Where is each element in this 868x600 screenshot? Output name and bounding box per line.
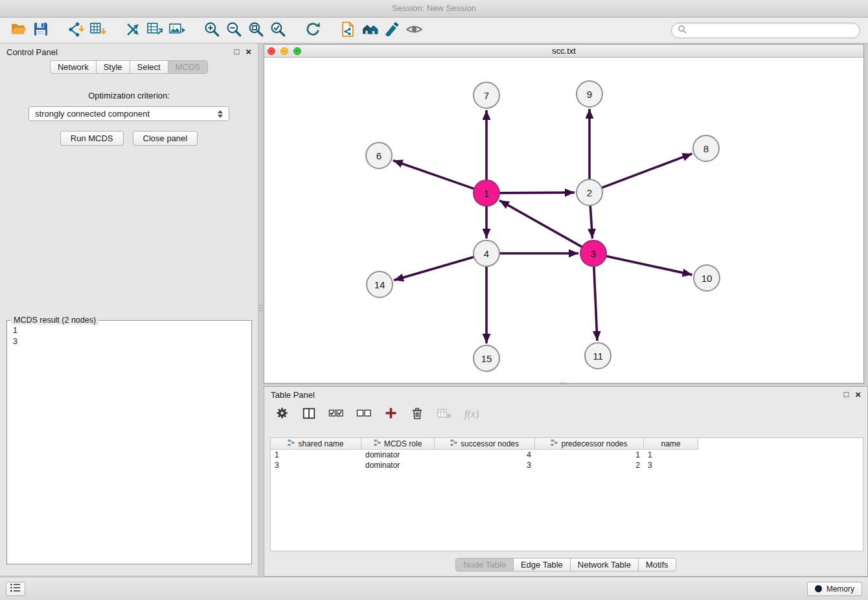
export-image-button[interactable]	[166, 20, 188, 41]
save-icon	[32, 21, 49, 40]
node-1[interactable]: 1	[474, 180, 499, 206]
node-2[interactable]: 2	[577, 179, 602, 205]
zoom-fit-button[interactable]	[245, 20, 267, 41]
node-15[interactable]: 15	[474, 345, 499, 371]
criterion-dropdown[interactable]: strongly connected component	[29, 106, 229, 121]
float-panel-icon[interactable]: □	[234, 47, 239, 56]
node-6[interactable]: 6	[366, 143, 392, 168]
mcds-result-box: MCDS result (2 nodes) 1 3	[6, 320, 252, 564]
zoom-in-button[interactable]	[201, 20, 223, 41]
memory-button[interactable]: Memory	[807, 582, 862, 596]
open-folder-icon	[10, 21, 28, 40]
close-panel-button[interactable]: Close panel	[133, 131, 198, 146]
edge-2-3[interactable]	[590, 205, 592, 238]
zoom-selected-button[interactable]	[267, 20, 289, 41]
window-close-icon[interactable]: ×	[268, 47, 275, 55]
cell-mcds-role[interactable]: dominator	[361, 450, 435, 459]
edge-2-8[interactable]	[602, 154, 692, 188]
cell-shared-name[interactable]: 1	[271, 450, 361, 459]
select-all-columns-icon[interactable]	[328, 406, 344, 423]
vertical-splitter-handle[interactable]	[258, 299, 264, 317]
show-columns-button[interactable]	[302, 406, 316, 422]
cell-shared-name[interactable]: 3	[271, 461, 361, 470]
network-from-document-button[interactable]	[337, 20, 359, 41]
svg-text:14: 14	[374, 279, 385, 290]
cell-predecessor-nodes[interactable]: 1	[535, 450, 644, 459]
node-14[interactable]: 14	[367, 271, 393, 297]
horizontal-splitter-handle[interactable]	[557, 382, 570, 386]
network-view-window: scc.txt × − + 7968124314101511	[264, 44, 864, 384]
deselect-all-columns-icon[interactable]	[356, 406, 372, 423]
column-flow-icon	[374, 439, 381, 448]
close-panel-icon[interactable]: ×	[246, 47, 251, 56]
node-10[interactable]: 10	[694, 265, 720, 291]
edge-3-1[interactable]	[499, 200, 582, 247]
svg-text:11: 11	[593, 351, 603, 362]
edge-4-14[interactable]	[394, 257, 474, 281]
window-zoom-icon[interactable]: +	[293, 47, 301, 55]
table-header-row: shared name MCDS role successor nodes pr…	[271, 438, 863, 450]
new-network-button[interactable]	[122, 20, 144, 41]
svg-text:7: 7	[484, 90, 489, 101]
tab-style[interactable]: Style	[96, 60, 130, 74]
table-row[interactable]: 3 dominator 3 2 3	[271, 460, 863, 470]
edge-1-2[interactable]	[499, 192, 575, 193]
first-neighbors-button[interactable]	[359, 20, 381, 41]
delete-table-button-disabled	[437, 406, 452, 423]
tab-node-table[interactable]: Node Table	[455, 558, 514, 571]
show-hide-button[interactable]	[403, 20, 425, 41]
panel-menu-button[interactable]	[6, 582, 25, 596]
open-session-button[interactable]	[8, 20, 30, 41]
node-9[interactable]: 9	[577, 81, 602, 107]
table-row[interactable]: 1 dominator 4 1 1	[271, 450, 863, 460]
paint-style-button[interactable]	[381, 20, 403, 41]
svg-text:3: 3	[591, 248, 596, 259]
edge-3-11[interactable]	[594, 266, 597, 341]
memory-button-label: Memory	[827, 584, 854, 594]
export-table-button[interactable]	[144, 20, 166, 41]
cell-successor-nodes[interactable]: 4	[435, 450, 535, 459]
search-icon	[678, 25, 687, 36]
column-header-successor-nodes[interactable]: successor nodes	[435, 438, 535, 450]
import-network-button[interactable]	[65, 20, 87, 41]
import-table-button[interactable]	[87, 20, 109, 41]
mcds-result-title: MCDS result (2 nodes)	[11, 316, 98, 325]
delete-column-button[interactable]	[410, 406, 424, 422]
node-7[interactable]: 7	[474, 82, 499, 108]
edge-1-6[interactable]	[393, 161, 474, 189]
search-input[interactable]	[691, 25, 854, 35]
close-table-panel-icon[interactable]: ×	[855, 390, 861, 399]
node-11[interactable]: 11	[585, 343, 611, 369]
zoom-out-button[interactable]	[223, 20, 245, 41]
tab-mcds[interactable]: MCDS	[168, 60, 208, 74]
cell-name[interactable]: 1	[644, 450, 698, 459]
column-header-name[interactable]: name	[644, 438, 698, 450]
column-header-predecessor-nodes[interactable]: predecessor nodes	[535, 438, 644, 450]
tab-network[interactable]: Network	[50, 60, 97, 74]
column-header-mcds-role[interactable]: MCDS role	[361, 438, 435, 450]
network-graph[interactable]: 7968124314101511	[264, 58, 863, 383]
tab-edge-table[interactable]: Edge Table	[513, 558, 571, 571]
create-column-button[interactable]	[384, 406, 398, 422]
column-flow-icon	[450, 439, 457, 448]
node-3[interactable]: 3	[580, 240, 606, 266]
run-mcds-button[interactable]: Run MCDS	[60, 131, 124, 146]
cell-successor-nodes[interactable]: 3	[435, 461, 535, 470]
table-settings-button[interactable]	[275, 406, 290, 422]
float-table-panel-icon[interactable]: □	[843, 390, 849, 399]
tab-select[interactable]: Select	[130, 60, 168, 74]
cell-mcds-role[interactable]: dominator	[361, 461, 435, 470]
cell-predecessor-nodes[interactable]: 2	[535, 461, 644, 470]
window-minimize-icon[interactable]: −	[280, 47, 288, 55]
search-box[interactable]	[671, 23, 860, 38]
edge-3-10[interactable]	[606, 256, 692, 275]
cell-name[interactable]: 3	[644, 461, 698, 470]
refresh-layout-button[interactable]	[302, 20, 324, 41]
houses-icon	[361, 21, 379, 40]
column-header-shared-name[interactable]: shared name	[271, 438, 361, 450]
node-4[interactable]: 4	[474, 240, 499, 266]
save-session-button[interactable]	[30, 20, 52, 41]
node-8[interactable]: 8	[693, 135, 719, 161]
tab-network-table[interactable]: Network Table	[570, 558, 639, 571]
tab-motifs[interactable]: Motifs	[638, 558, 676, 571]
